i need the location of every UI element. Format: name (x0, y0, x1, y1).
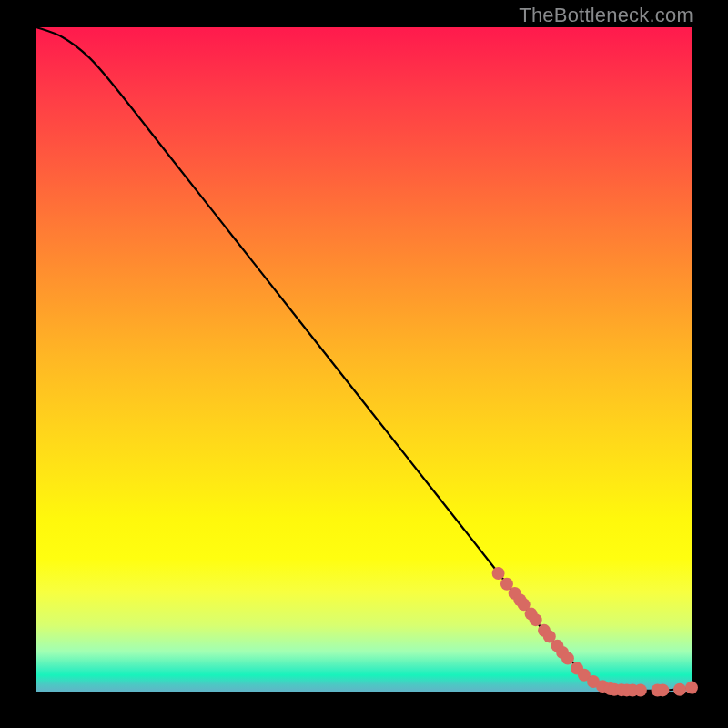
data-point (530, 613, 542, 626)
data-point (656, 683, 669, 696)
chart-overlay (36, 27, 692, 692)
data-point (492, 567, 505, 580)
data-point (685, 682, 698, 694)
data-point (561, 652, 574, 665)
watermark-text: TheBottleneck.com (519, 4, 693, 27)
data-point (673, 683, 686, 696)
curve-line (36, 27, 692, 691)
data-point (634, 684, 647, 697)
plot-area (36, 27, 692, 692)
chart-frame: TheBottleneck.com (0, 0, 728, 728)
